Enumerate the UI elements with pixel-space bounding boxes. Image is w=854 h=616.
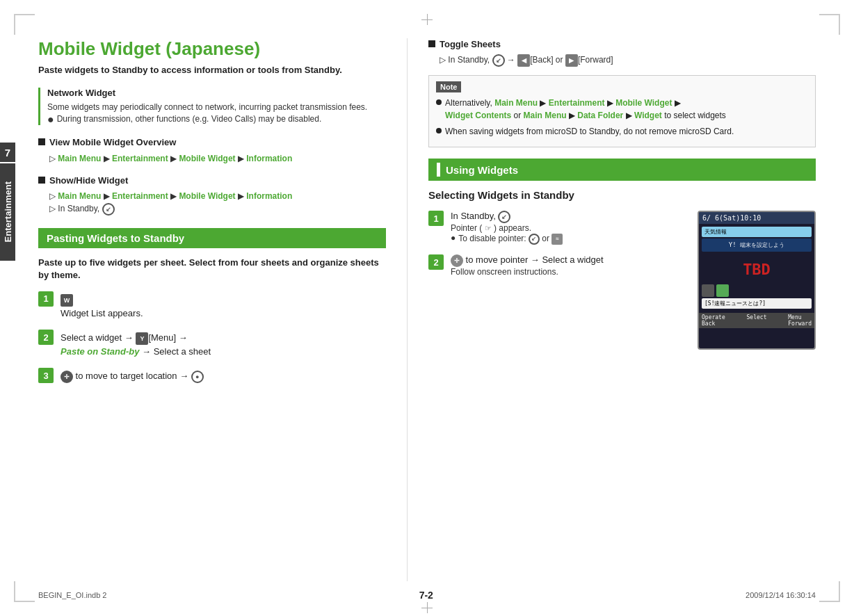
back-label: [Back] [530,55,553,65]
w-icon: W [61,294,73,307]
forward-label: [Forward] [578,55,613,65]
phone-setup-text: 端末を設定しよう [740,242,784,248]
phone-date: 6/ 6(Sat)10:10 [702,214,761,222]
phone-weather-label: 天気情報 [704,229,727,235]
network-widget-body: Some widgets may periodically connect to… [47,101,386,113]
corner-tr [819,14,840,35]
show-hide-title: Show/Hide Widget [49,175,128,187]
step-1-content: W Widget List appears. [61,291,143,320]
left-column: 7 Entertainment Mobile Widget (Japanese)… [38,38,400,581]
view-overview-entertainment: Entertainment [112,154,168,163]
note-text-2: When saving widgets from microSD to Stan… [445,125,734,138]
note-entertainment: Entertainment [549,98,605,108]
view-overview-section: View Mobile Widget Overview [38,136,386,149]
bullet-dot2: ● [451,234,456,242]
phone-weather-widget: 天気情報 [702,227,812,237]
side-tab-label: Entertainment [3,181,13,242]
toggle-sheets-title: Toggle Sheets [440,38,501,51]
view-overview-path: ▷ Main Menu ▶ Entertainment ▶ Mobile Wid… [49,152,386,165]
phone-screenshot-container: 6/ 6(Sat)10:10 天気情報 Y! 端末を設定しよう TBD [698,211,816,350]
disable-icon1: ↙ [529,234,540,245]
using-widgets-banner: Using Widgets [428,159,816,181]
note-bullet-2: When saving widgets from microSD to Stan… [436,125,808,138]
page-footer: BEGIN_E_OI.indb 2 7-2 2009/12/14 16:30:1… [38,590,816,601]
right-step-1-sub2: To disable pointer: ↙ or ≈ [458,233,563,245]
note-text-1: Alternatively, Main Menu ▶ Entertainment… [445,97,726,122]
right-step-1: 1 In Standby, ↙ Pointer ( ☞ ) appears. ●… [428,211,688,245]
network-widget-title: Network Widget [47,88,386,98]
step-3: 3 ✛ to move to target location → ● [38,368,386,383]
bullet-dot: ● [47,114,54,125]
view-overview-mobile-widget: Mobile Widget [179,154,235,163]
right-step-1-sub1: Pointer ( ☞ ) appears. [451,223,563,233]
tbd-text: TBD [743,261,771,278]
toggle-sheets-header: Toggle Sheets [428,38,816,51]
side-tab: 7 Entertainment [0,163,15,261]
phone-icon2 [716,284,729,297]
column-divider [407,38,408,581]
phone-logo: Y! 端末を設定しよう [702,238,812,252]
view-overview-title: View Mobile Widget Overview [49,136,176,149]
phone-menu-row: OperateBack Select MenuForward [699,313,814,328]
phone-screenshot: 6/ 6(Sat)10:10 天気情報 Y! 端末を設定しよう TBD [698,211,816,350]
step-3-content: ✛ to move to target location → ● [61,368,204,383]
black-square-icon [38,138,45,145]
footer-left: BEGIN_E_OI.indb 2 [38,591,106,599]
corner-bl [14,581,35,602]
forward-icon: ▶ [565,54,578,67]
page-subtitle: Paste widgets to Standby to access infor… [38,64,386,76]
toggle-sheets-section: Toggle Sheets ▷ In Standby, ↙ → ◀[Back] … [428,38,816,67]
phone-icons-row [702,284,812,297]
phone-forward: MenuForward [788,314,812,327]
show-hide-section: Show/Hide Widget [38,175,386,187]
note-bullet-1: Alternatively, Main Menu ▶ Entertainment… [436,97,808,122]
pasting-banner: Pasting Widgets to Standby [38,228,386,248]
right-steps-content: 1 In Standby, ↙ Pointer ( ☞ ) appears. ●… [428,211,688,350]
network-widget-bullet: ● During transmission, other functions (… [47,113,386,125]
phone-news-widget: [S!速報ニュースとは?] [702,298,812,309]
show-hide-mobile-widget: Mobile Widget [179,191,235,201]
step-2-menu: [Menu] → [148,332,187,343]
right-column: Toggle Sheets ▷ In Standby, ↙ → ◀[Back] … [414,38,816,581]
phone-y-logo: Y! [729,241,736,248]
corner-tl [14,14,35,35]
toggle-standby-icon: ↙ [492,54,505,67]
network-widget-bullet-text: During transmission, other functions (e.… [57,113,322,125]
phone-body: 天気情報 Y! 端末を設定しよう TBD [699,224,814,313]
show-hide-main-menu: Main Menu [58,191,101,201]
note-dot-1 [436,99,442,105]
step-3-number: 3 [38,368,54,383]
note-dot-2 [436,128,442,133]
right-step-1-text: In Standby, ↙ [451,211,563,223]
right-step-2: 2 ✛ to move pointer → Select a widget Fo… [428,254,688,277]
right-step-2-number: 2 [428,254,444,270]
note-data-folder: Data Folder [577,111,623,120]
note-main-menu2: Main Menu [524,111,567,120]
show-hide-standby: ▷ In Standby, ↙ [49,202,386,216]
right-step-1-number: 1 [428,211,444,226]
step-2-italic: Paste on Stand-by [61,346,139,357]
back-icon: ◀ [517,54,530,67]
step-1: 1 W Widget List appears. [38,291,386,320]
right-steps-container: 1 In Standby, ↙ Pointer ( ☞ ) appears. ●… [428,211,816,350]
main-content: 7 Entertainment Mobile Widget (Japanese)… [38,38,816,581]
selecting-title: Selecting Widgets in Standby [428,189,816,201]
page-title: Mobile Widget (Japanese) [38,38,386,60]
standby-icon: ↙ [102,203,115,216]
step-1-number: 1 [38,291,54,307]
view-overview-main-menu: Main Menu [58,154,101,163]
corner-br [819,581,840,602]
phone-header: 6/ 6(Sat)10:10 [699,212,814,224]
network-widget-section: Network Widget Some widgets may periodic… [38,88,386,125]
standby2-icon: ↙ [498,211,510,223]
move2-icon: ✛ [451,254,463,267]
show-hide-entertainment: Entertainment [112,191,168,201]
banner-bar [437,163,440,177]
black-square-icon2 [38,177,45,184]
move-icon: ✛ [61,371,73,383]
phone-news-label: [S!速報ニュースとは?] [704,300,766,307]
show-hide-path: ▷ Main Menu ▶ Entertainment ▶ Mobile Wid… [49,190,386,202]
right-step-1-bullet: ● To disable pointer: ↙ or ≈ [451,233,563,245]
view-overview-information: Information [246,154,292,163]
pasting-subtitle: Paste up to five widgets per sheet. Sele… [38,257,386,282]
